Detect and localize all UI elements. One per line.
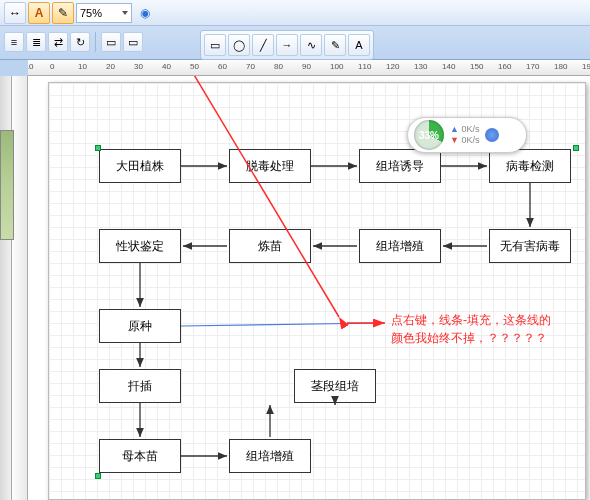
widget-button[interactable] xyxy=(485,128,499,142)
shape-line-button[interactable]: ╱ xyxy=(252,34,274,56)
align-left-button[interactable]: ≡ xyxy=(4,32,24,52)
node-datian[interactable]: 大田植株 xyxy=(99,149,181,183)
ruler-horizontal: -100102030405060708090100110120130140150… xyxy=(28,60,590,76)
highlight-tool-button[interactable]: ✎ xyxy=(52,2,74,24)
layer-back-button[interactable]: ▭ xyxy=(123,32,143,52)
canvas[interactable]: 大田植株 脱毒处理 组培诱导 病毒检测 性状鉴定 炼苗 组培增殖 无有害病毒 原… xyxy=(28,76,590,500)
shape-arrow-button[interactable]: → xyxy=(276,34,298,56)
shape-text-button[interactable]: A xyxy=(348,34,370,56)
pencil-icon: ✎ xyxy=(58,6,68,20)
selection-handle[interactable] xyxy=(573,145,579,151)
selection-handle[interactable] xyxy=(95,473,101,479)
node-qiancha[interactable]: 扦插 xyxy=(99,369,181,403)
shape-ellipse-button[interactable]: ◯ xyxy=(228,34,250,56)
shape-rect-button[interactable]: ▭ xyxy=(204,34,226,56)
toolbar-area: ↔ A ✎ 75% ◉ ≡ ≣ ⇄ ↻ ▭ ▭ ▭ ◯ ╱ → ∿ ✎ A xyxy=(0,0,590,60)
shape-freeform-button[interactable]: ✎ xyxy=(324,34,346,56)
selection-handle[interactable] xyxy=(95,145,101,151)
chevron-down-icon xyxy=(122,11,128,15)
toolbar-row-1: ↔ A ✎ 75% ◉ xyxy=(0,0,590,26)
node-yuanzhong[interactable]: 原种 xyxy=(99,309,181,343)
network-widget[interactable]: 33% ▲ 0K/s ▼ 0K/s xyxy=(407,117,527,153)
node-lianmiao[interactable]: 炼苗 xyxy=(229,229,311,263)
node-tuoduchuli[interactable]: 脱毒处理 xyxy=(229,149,311,183)
help-button[interactable]: ◉ xyxy=(134,2,156,24)
sidebar-thumbnail xyxy=(0,130,14,240)
zoom-value: 75% xyxy=(80,7,102,19)
layer-front-button[interactable]: ▭ xyxy=(101,32,121,52)
node-bingdujiance[interactable]: 病毒检测 xyxy=(489,149,571,183)
shape-curve-button[interactable]: ∿ xyxy=(300,34,322,56)
node-zupeizengzhi2[interactable]: 组培增殖 xyxy=(229,439,311,473)
shapes-toolbar: ▭ ◯ ╱ → ∿ ✎ A xyxy=(200,30,374,60)
separator xyxy=(95,32,96,52)
node-zupeiyoudao[interactable]: 组培诱导 xyxy=(359,149,441,183)
annotation-text: 点右键，线条-填充，这条线的 颜色我始终不掉，？？？？？ xyxy=(391,311,583,347)
ruler-vertical xyxy=(12,76,28,500)
node-mubenmiao[interactable]: 母本苗 xyxy=(99,439,181,473)
page: 大田植株 脱毒处理 组培诱导 病毒检测 性状鉴定 炼苗 组培增殖 无有害病毒 原… xyxy=(48,82,586,500)
node-wuyouhaibingdu[interactable]: 无有害病毒 xyxy=(489,229,571,263)
speed-readout: ▲ 0K/s ▼ 0K/s xyxy=(450,124,479,146)
node-jingduanzupei[interactable]: 茎段组培 xyxy=(294,369,376,403)
down-icon: ▼ xyxy=(450,135,459,145)
help-icon: ◉ xyxy=(140,6,150,20)
up-icon: ▲ xyxy=(450,124,459,134)
align-center-button[interactable]: ≣ xyxy=(26,32,46,52)
distribute-button[interactable]: ⇄ xyxy=(48,32,68,52)
zoom-combo[interactable]: 75% xyxy=(76,3,132,23)
gauge-icon: 33% xyxy=(414,120,444,150)
node-zupeizengzhi[interactable]: 组培增殖 xyxy=(359,229,441,263)
move-tool-button[interactable]: ↔ xyxy=(4,2,26,24)
rotate-button[interactable]: ↻ xyxy=(70,32,90,52)
node-xingzhuangjian[interactable]: 性状鉴定 xyxy=(99,229,181,263)
text-tool-button[interactable]: A xyxy=(28,2,50,24)
